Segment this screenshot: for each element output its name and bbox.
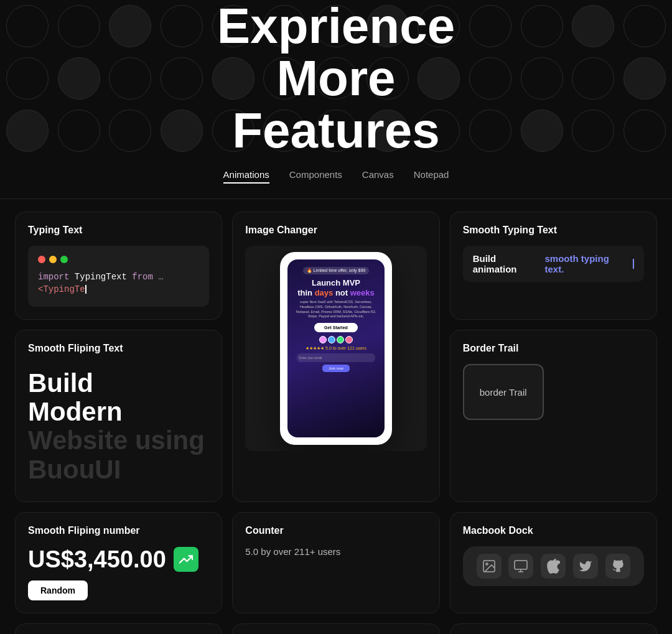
flip-line-1: Build xyxy=(28,369,209,398)
flip-line-4: BuouUI xyxy=(28,455,209,484)
svg-rect-2 xyxy=(515,561,527,569)
border-trail-title: Border Trail xyxy=(463,343,644,354)
border-trail-box: border Trail xyxy=(463,364,544,420)
code-block: import TypingText from … <TypingTe xyxy=(28,246,209,307)
phone-email-input[interactable]: Enter your email xyxy=(297,353,375,362)
smooth-flipping-number-card: Smooth Fliping number US$3,450.00 Random xyxy=(15,512,222,613)
smooth-typing-card: Smooth Typing Text Build animation smoot… xyxy=(450,212,657,320)
bg-circle xyxy=(6,57,49,100)
dock-icon-twitter[interactable] xyxy=(573,554,598,579)
main-grid: Typing Text import TypingText from … <Ty… xyxy=(0,199,672,634)
bg-circle xyxy=(521,57,563,100)
tab-canvas[interactable]: Canvas xyxy=(362,167,394,184)
border-trail-card: Border Trail border Trail xyxy=(450,330,657,502)
smooth-typing-demo: Build animation smooth typing text. xyxy=(463,246,644,282)
dock-icon-photos[interactable] xyxy=(477,554,502,579)
tl-yellow xyxy=(49,256,57,263)
bg-circle xyxy=(521,5,563,47)
phone-cta-button[interactable]: Get Started xyxy=(314,323,358,332)
phone-sub: super Next SaaS with TailwindCSS, Server… xyxy=(292,300,380,319)
code-line-import: import TypingText from … xyxy=(38,272,199,282)
phone-join-button[interactable]: Join now xyxy=(322,365,350,372)
typing-text-title: Typing Text xyxy=(28,225,209,236)
bg-circle xyxy=(161,5,203,47)
dock-icon-apple[interactable] xyxy=(541,554,566,579)
flip-text-demo: Build Modern Website using BuouUI xyxy=(28,364,209,489)
phone-avatar xyxy=(328,336,335,343)
bg-circle xyxy=(521,110,563,152)
tab-components[interactable]: Components xyxy=(289,167,342,184)
image-changer-title: Image Changer xyxy=(245,225,426,236)
smooth-flipping-text-title: Smooth Fliping Text xyxy=(28,343,209,354)
bg-circle xyxy=(623,110,666,152)
smooth-typing-text: smooth typing text. xyxy=(544,253,630,274)
image-preview: 🔥 Limited time offer, only $99 Launch MV… xyxy=(245,246,426,451)
phone-avatar xyxy=(337,336,344,343)
typing-cursor-icon xyxy=(633,259,634,269)
generate-text-card: Generate Text Launch MVP WithinDays not … xyxy=(15,623,222,634)
svg-point-1 xyxy=(486,563,488,565)
tab-notepad[interactable]: Notepad xyxy=(414,167,449,184)
phone-avatar xyxy=(319,336,327,343)
smooth-typing-prefix: Build animation xyxy=(473,253,543,274)
counter-value: 5.0 by over 211+ users xyxy=(245,546,426,557)
flip-number-value: US$3,450.00 xyxy=(28,546,166,573)
phone-inner: 🔥 Limited time offer, only $99 Launch MV… xyxy=(287,259,385,437)
phone-avatar xyxy=(345,336,353,343)
bg-circle xyxy=(109,57,151,100)
bg-circle xyxy=(572,57,614,100)
dock-icon-github[interactable] xyxy=(605,554,630,579)
hero-line3: Features xyxy=(217,105,455,157)
phone-badge: 🔥 Limited time offer, only $99 xyxy=(303,267,369,274)
counter-title: Counter xyxy=(245,525,426,536)
avatar-list-card: Avatar List 👩 👦 👧 🧑 👨 xyxy=(450,623,657,634)
bg-circle xyxy=(6,5,49,47)
typing-text-card: Typing Text import TypingText from … <Ty… xyxy=(15,212,222,320)
phone-avatars xyxy=(319,336,353,343)
random-button[interactable]: Random xyxy=(28,580,88,600)
bg-circle xyxy=(58,110,100,152)
cursor xyxy=(85,285,86,294)
hero-line2: More xyxy=(217,52,455,105)
tl-red xyxy=(38,256,45,263)
image-changer-card: Image Changer 🔥 Limited time offer, only… xyxy=(232,212,439,502)
trend-up-icon xyxy=(174,547,198,572)
code-line-usage: <TypingTe xyxy=(38,284,199,294)
hero-section: Exprience More Features xyxy=(0,0,672,157)
bg-circle xyxy=(58,57,100,100)
flip-line-2: Modern xyxy=(28,398,209,426)
traffic-lights xyxy=(38,256,199,263)
flip-line-3: Website using xyxy=(28,426,209,455)
hero-line1: Exprience xyxy=(217,0,455,52)
phone-stars: ★★★★★ 5.0 to over 121 users xyxy=(306,346,366,351)
nav-tabs: Animations Components Canvas Notepad xyxy=(0,157,672,199)
bg-circle xyxy=(469,110,511,152)
bg-circle xyxy=(109,110,151,152)
bg-circle xyxy=(58,5,100,47)
bg-circle xyxy=(623,5,666,47)
counter-card: Counter 5.0 by over 211+ users xyxy=(232,512,439,613)
bg-circle xyxy=(572,110,614,152)
bg-circle xyxy=(469,57,511,100)
bg-circle xyxy=(109,5,151,47)
purchase-notification-card: Someone in New York purchased A day ago … xyxy=(232,623,439,634)
smooth-typing-title: Smooth Typing Text xyxy=(463,225,644,236)
dock xyxy=(463,546,644,586)
bg-circle xyxy=(623,57,666,100)
macbook-dock-card: Macbook Dock xyxy=(450,512,657,613)
bg-circle xyxy=(161,57,203,100)
tab-animations[interactable]: Animations xyxy=(223,167,269,184)
phone-headline: Launch MVP thin days not weeks xyxy=(297,278,375,297)
smooth-flipping-number-title: Smooth Fliping number xyxy=(28,525,209,536)
hero-text: Exprience More Features xyxy=(217,0,455,157)
tl-green xyxy=(60,256,68,263)
bg-circle xyxy=(572,5,614,47)
bg-circle xyxy=(6,110,49,152)
bg-circle xyxy=(469,5,511,47)
border-trail-label: border Trail xyxy=(480,387,527,398)
phone-mockup: 🔥 Limited time offer, only $99 Launch MV… xyxy=(280,252,392,445)
bg-circle xyxy=(161,110,203,152)
flip-number-demo: US$3,450.00 xyxy=(28,546,209,573)
macbook-dock-title: Macbook Dock xyxy=(463,525,644,536)
dock-icon-display[interactable] xyxy=(508,554,533,579)
